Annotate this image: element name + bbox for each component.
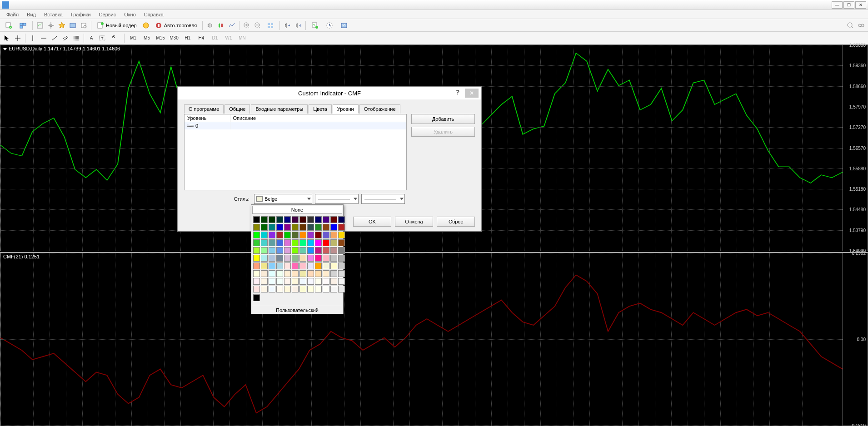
search-button[interactable]	[845, 20, 855, 30]
navigator-button[interactable]	[46, 20, 56, 30]
color-swatch-cell[interactable]	[338, 247, 345, 254]
candle-chart-button[interactable]	[216, 20, 226, 30]
indicator-chart[interactable]: CMF(21) 0.1251 0.29620.00-0.1819	[0, 252, 868, 426]
color-swatch-cell[interactable]	[299, 247, 306, 254]
menu-window[interactable]: Окно	[120, 11, 140, 18]
color-swatch-cell[interactable]	[338, 216, 345, 223]
color-swatch-cell[interactable]	[292, 263, 299, 269]
color-swatch-cell[interactable]	[276, 216, 283, 223]
ok-button[interactable]: OK	[353, 217, 391, 227]
line-style-combo[interactable]	[315, 194, 359, 204]
color-swatch-cell[interactable]	[253, 263, 260, 269]
color-swatch-cell[interactable]	[292, 270, 299, 277]
color-swatch-cell[interactable]	[276, 286, 283, 292]
color-swatch-cell[interactable]	[330, 232, 337, 238]
line-width-combo[interactable]	[361, 194, 405, 204]
menu-charts[interactable]: Графики	[67, 11, 95, 18]
delete-level-button[interactable]: Удалить	[411, 127, 475, 137]
autotrade-button[interactable]: Авто-торговля	[152, 20, 200, 30]
connect-button[interactable]	[856, 20, 866, 30]
timeframe-h4[interactable]: H4	[195, 34, 208, 43]
new-order-button[interactable]: Новый ордер	[94, 20, 140, 30]
color-swatch-cell[interactable]	[338, 270, 345, 277]
color-swatch-cell[interactable]	[330, 286, 337, 292]
color-swatch-cell[interactable]	[284, 286, 291, 292]
horizontal-line-button[interactable]	[39, 33, 49, 43]
arrows-button[interactable]	[108, 33, 122, 43]
levels-col-desc[interactable]: Описание	[230, 114, 406, 122]
metaeditor-button[interactable]	[141, 20, 151, 30]
color-swatch-cell[interactable]	[261, 286, 268, 292]
color-swatch-cell[interactable]	[323, 278, 329, 285]
color-swatch-cell[interactable]	[307, 263, 314, 269]
color-swatch-cell[interactable]	[261, 232, 268, 238]
menu-file[interactable]: Файл	[3, 11, 22, 18]
color-swatch-cell[interactable]	[276, 232, 283, 238]
color-swatch-cell[interactable]	[292, 239, 299, 246]
color-swatch-cell[interactable]	[253, 239, 260, 246]
channel-button[interactable]	[60, 33, 70, 43]
color-swatch-cell[interactable]	[338, 224, 345, 231]
color-swatch-cell[interactable]	[338, 255, 345, 262]
color-swatch-cell[interactable]	[276, 263, 283, 269]
color-swatch-cell[interactable]	[299, 286, 306, 292]
color-swatch-cell[interactable]	[307, 247, 314, 254]
menu-view[interactable]: Вид	[23, 11, 40, 18]
color-swatch-cell[interactable]	[307, 270, 314, 277]
timeframe-m1[interactable]: M1	[127, 34, 140, 43]
color-swatch-cell[interactable]	[307, 232, 314, 238]
color-swatch-cell[interactable]	[269, 224, 275, 231]
color-swatch-cell[interactable]	[323, 232, 329, 238]
color-swatch-cell[interactable]	[261, 255, 268, 262]
color-swatch-cell[interactable]	[269, 216, 275, 223]
color-swatch-cell[interactable]	[284, 216, 291, 223]
levels-table[interactable]: Уровень Описание 0	[184, 114, 407, 190]
color-swatch-cell[interactable]	[276, 270, 283, 277]
market-watch-button[interactable]	[35, 20, 45, 30]
color-swatch-cell[interactable]	[269, 255, 275, 262]
timeframe-m30[interactable]: M30	[168, 34, 180, 43]
color-swatch-cell[interactable]	[261, 263, 268, 269]
color-swatch-cell[interactable]	[284, 255, 291, 262]
color-swatch-cell[interactable]	[292, 232, 299, 238]
color-swatch-cell[interactable]	[253, 232, 260, 238]
text-button[interactable]: A	[86, 33, 96, 43]
color-swatch-cell[interactable]	[299, 216, 306, 223]
color-swatch-cell[interactable]	[307, 224, 314, 231]
color-swatch-cell[interactable]	[315, 216, 322, 223]
tab-levels[interactable]: Уровни	[333, 104, 359, 114]
color-swatch-cell[interactable]	[330, 270, 337, 277]
tab-colors[interactable]: Цвета	[309, 104, 332, 114]
color-swatch-cell[interactable]	[307, 278, 314, 285]
dialog-help-button[interactable]: ?	[452, 89, 463, 96]
color-swatch-cell[interactable]	[292, 286, 299, 292]
templates-button[interactable]	[337, 20, 351, 30]
shift-button[interactable]	[282, 20, 292, 30]
color-swatch-cell[interactable]	[315, 224, 322, 231]
color-swatch-cell[interactable]	[284, 278, 291, 285]
color-swatch-cell[interactable]	[299, 263, 306, 269]
color-swatch-cell[interactable]	[323, 270, 329, 277]
timeframe-m5[interactable]: M5	[140, 34, 153, 43]
color-swatch-cell[interactable]	[292, 216, 299, 223]
color-swatch-cell[interactable]	[253, 294, 260, 301]
color-swatch-cell[interactable]	[330, 247, 337, 254]
color-swatch-cell[interactable]	[330, 224, 337, 231]
color-swatch-cell[interactable]	[323, 263, 329, 269]
color-swatch-cell[interactable]	[261, 216, 268, 223]
color-swatch-cell[interactable]	[307, 255, 314, 262]
zoom-in-button[interactable]	[242, 20, 252, 30]
color-swatch-cell[interactable]	[292, 224, 299, 231]
color-swatch-cell[interactable]	[269, 232, 275, 238]
color-swatch-cell[interactable]	[323, 216, 329, 223]
color-swatch-cell[interactable]	[330, 263, 337, 269]
tab-common[interactable]: Общие	[224, 104, 250, 114]
data-window-button[interactable]	[57, 20, 67, 30]
color-swatch-cell[interactable]	[338, 286, 345, 292]
color-swatch-cell[interactable]	[338, 239, 345, 246]
profiles-button[interactable]	[16, 20, 30, 30]
color-swatch-cell[interactable]	[261, 224, 268, 231]
color-swatch-cell[interactable]	[269, 263, 275, 269]
color-swatch-cell[interactable]	[292, 278, 299, 285]
timeframe-mn[interactable]: MN	[236, 34, 249, 43]
